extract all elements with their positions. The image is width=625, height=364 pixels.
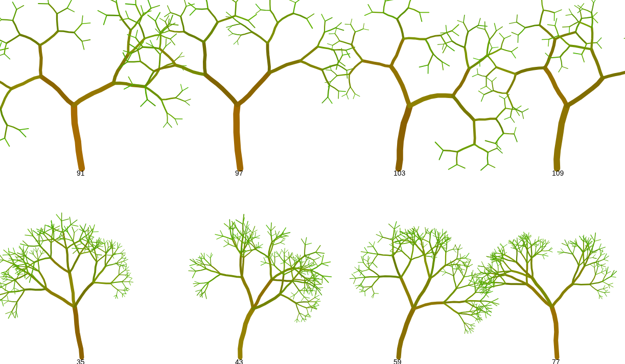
scratch xyxy=(0,0,625,364)
